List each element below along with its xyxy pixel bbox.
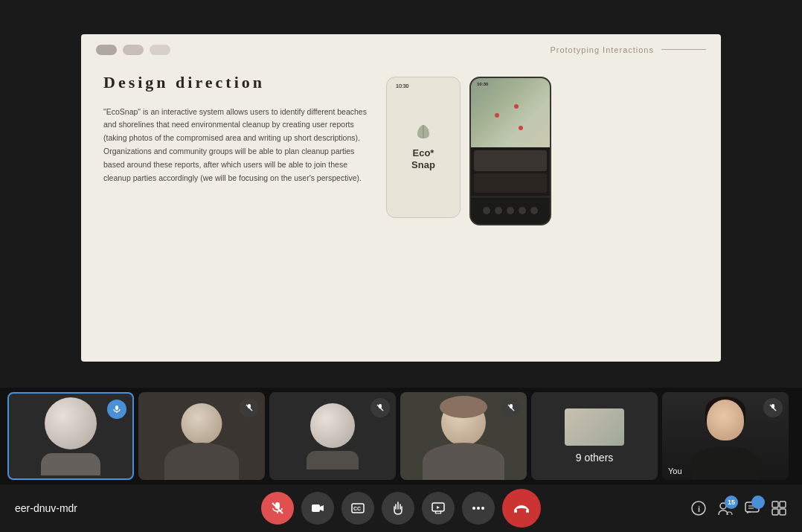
mute-badge-you	[763, 398, 783, 417]
slide-header-right: Prototyping Interactions	[550, 45, 706, 54]
avatar-circle-3	[310, 403, 355, 448]
p2-body	[164, 443, 239, 480]
p4-body	[423, 443, 504, 480]
slide-section-title: Prototyping Interactions	[550, 45, 654, 54]
chat-badge	[751, 496, 765, 509]
camera-button[interactable]	[301, 492, 334, 525]
raise-hand-button[interactable]	[382, 492, 414, 525]
you-tile[interactable]: You	[662, 392, 789, 480]
svg-rect-21	[514, 510, 517, 513]
control-bar: eer-dnuv-mdr CC	[0, 484, 802, 532]
presentation-area: Prototyping Interactions Design directio…	[0, 0, 802, 388]
more-options-button[interactable]	[462, 492, 495, 525]
phone2-card-1	[474, 150, 547, 171]
svg-text:i: i	[698, 504, 700, 513]
eco-snap-logo: Eco* Snap	[411, 147, 435, 170]
slide-dot-1	[96, 45, 117, 55]
meeting-code: eer-dnuv-mdr	[15, 502, 119, 514]
svg-point-19	[477, 507, 480, 510]
participant-tile-4[interactable]	[400, 392, 527, 480]
participant-tile-2[interactable]	[138, 392, 265, 480]
phone2-cards	[471, 147, 550, 196]
svg-rect-1	[115, 406, 118, 410]
phone1-time: 10:30	[396, 83, 409, 89]
slide: Prototyping Interactions Design directio…	[81, 34, 721, 362]
slide-visuals: 10:30 Eco* Snap 10:30	[386, 73, 551, 347]
avatar-circle-1	[45, 397, 97, 449]
nav-circle-2	[495, 207, 502, 214]
phone-mockup-1: 10:30 Eco* Snap	[386, 77, 461, 218]
mic-button[interactable]	[261, 492, 294, 525]
slide-header-line	[661, 49, 706, 50]
people-badge: 15	[725, 496, 738, 509]
leaf-icon	[416, 124, 431, 144]
slide-top-bar: Prototyping Interactions	[81, 34, 721, 65]
svg-point-18	[472, 507, 475, 510]
p2-head	[182, 403, 222, 444]
cc-button[interactable]: CC	[341, 492, 374, 525]
participant-tile-3[interactable]	[269, 392, 396, 480]
svg-rect-22	[526, 510, 529, 513]
phone2-card-2	[474, 173, 547, 193]
map-pin-3	[514, 104, 519, 109]
phone2-time: 10:30	[477, 82, 488, 86]
mute-badge-4	[501, 398, 521, 417]
phone2-bottom-bar	[471, 198, 550, 224]
people-button[interactable]: 15	[717, 500, 734, 516]
others-label: 9 others	[576, 452, 614, 464]
slide-body-text: "EcoSnap" is an interactive system allow…	[103, 106, 371, 185]
p4-hair	[440, 396, 487, 418]
you-body	[692, 446, 759, 480]
nav-circle-5	[530, 207, 538, 214]
info-button[interactable]: i	[690, 500, 707, 516]
mute-badge-3	[370, 398, 390, 417]
controls-center: CC	[261, 489, 541, 528]
layout-button[interactable]	[771, 500, 787, 516]
nav-circle-3	[507, 207, 514, 214]
avatar-body-3	[307, 451, 359, 469]
svg-rect-31	[772, 501, 778, 507]
slide-title: Design direction	[103, 73, 371, 92]
present-button[interactable]	[422, 492, 455, 525]
slide-text-section: Design direction "EcoSnap" is an interac…	[103, 73, 371, 347]
avatar-body-1	[41, 453, 100, 475]
map-pin-2	[519, 126, 523, 130]
participant-tile-1[interactable]	[7, 392, 134, 480]
slide-content: Design direction "EcoSnap" is an interac…	[81, 65, 721, 362]
you-head	[707, 400, 744, 440]
map-pin-1	[495, 113, 499, 118]
speaking-badge-1	[107, 400, 126, 419]
svg-rect-32	[780, 501, 786, 507]
svg-rect-33	[772, 509, 778, 515]
others-preview	[565, 408, 624, 446]
svg-rect-34	[780, 509, 786, 515]
you-label: You	[668, 467, 682, 475]
end-call-button[interactable]	[502, 489, 541, 528]
phone-mockup-2: 10:30	[469, 77, 551, 225]
svg-point-30	[755, 499, 761, 505]
thumbnail-strip: 9 others You	[0, 388, 802, 484]
nav-circle-4	[519, 207, 526, 214]
mute-badge-2	[240, 398, 259, 417]
svg-rect-14	[312, 504, 320, 512]
nav-circle-1	[483, 207, 490, 214]
slide-dot-3	[150, 45, 170, 55]
controls-right: i 15	[690, 500, 787, 516]
slide-dot-2	[123, 45, 144, 55]
svg-text:CC: CC	[353, 506, 361, 511]
others-tile[interactable]: 9 others	[531, 392, 658, 480]
svg-point-20	[481, 507, 484, 510]
chat-button[interactable]	[744, 500, 760, 516]
